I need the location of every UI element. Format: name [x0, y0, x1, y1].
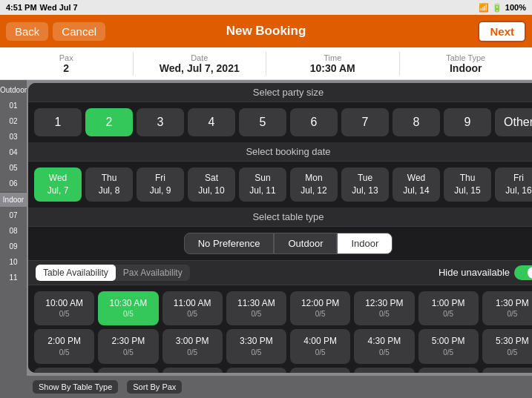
time-slot-12:00-pm[interactable]: 12:00 PM0/5 [290, 291, 350, 326]
time-slot-10:00-am[interactable]: 10:00 AM0/5 [34, 291, 94, 326]
main-area: Select party size 123456789Other Select … [27, 80, 532, 398]
date-btn-3[interactable]: SatJul, 10 [188, 168, 235, 202]
time-slot-12:30-pm[interactable]: 12:30 PM0/5 [354, 291, 414, 326]
table-type-btn-outdoor[interactable]: Outdoor [274, 233, 337, 254]
row-05: 05 [7, 161, 19, 175]
row-03: 03 [7, 130, 19, 144]
time-slot-2:30-pm[interactable]: 2:30 PM0/5 [98, 329, 158, 364]
outdoor-label: Outdoor [0, 83, 28, 97]
date-label: Date [137, 53, 263, 62]
hide-unavailable-label: Hide unavailable [439, 267, 510, 278]
party-size-btn-6[interactable]: 6 [290, 108, 338, 136]
pax-col: Pax 2 [0, 52, 134, 76]
row-07: 07 [7, 208, 19, 222]
row-10: 10 [7, 255, 19, 269]
bottom-bar: Show By Table Type Sort By Pax [27, 376, 532, 398]
time-slot-2:00-pm[interactable]: 2:00 PM0/5 [34, 329, 94, 364]
time-slot-11:30-am[interactable]: 11:30 AM0/5 [226, 291, 286, 326]
time-label: Time [269, 53, 396, 62]
date-btn-8[interactable]: ThuJul, 15 [444, 168, 491, 202]
time-slot-4:00-pm[interactable]: 4:00 PM0/5 [290, 329, 350, 364]
time-slot-6:30-pm[interactable]: 6:30 PM0/5 [98, 368, 158, 373]
table-type-header: Select table type [28, 208, 532, 227]
time-tab-0[interactable]: Table Availability [36, 265, 116, 281]
sort-by-pax-button[interactable]: Sort By Pax [127, 380, 182, 394]
status-time: 4:51 PM [6, 3, 37, 12]
time-tab-1[interactable]: Pax Availability [116, 265, 190, 281]
nav-title: New Booking [226, 24, 306, 39]
party-size-btn-1[interactable]: 1 [34, 108, 82, 136]
party-size-btn-3[interactable]: 3 [137, 108, 184, 136]
party-size-btn-5[interactable]: 5 [239, 108, 286, 136]
row-09: 09 [7, 239, 19, 253]
date-value: Wed, Jul 7, 2021 [137, 62, 263, 74]
row-04: 04 [7, 145, 19, 159]
row-06: 06 [7, 176, 19, 190]
time-slot-3:30-pm[interactable]: 3:30 PM0/5 [226, 329, 286, 364]
table-type-btn-indoor[interactable]: Indoor [337, 233, 393, 254]
party-size-btn-4[interactable]: 4 [188, 108, 235, 136]
time-tabs: Table AvailabilityPax Availability [36, 265, 190, 281]
battery-percent: 100% [505, 3, 526, 12]
status-bar: 4:51 PM Wed Jul 7 📶 🔋 100% [0, 0, 532, 15]
hide-unavailable-group: Hide unavailable [439, 265, 532, 280]
main-content: Outdoor 01 02 03 04 05 06 Indoor 07 08 0… [0, 80, 532, 398]
date-btn-2[interactable]: FriJul, 9 [137, 168, 184, 202]
date-btn-6[interactable]: TueJul, 13 [341, 168, 389, 202]
party-size-header: Select party size [28, 83, 532, 102]
hide-unavailable-toggle[interactable] [514, 265, 532, 280]
booking-date-header: Select booking date [28, 142, 532, 162]
time-slot-6:00-pm[interactable]: 6:00 PM0/5 [34, 368, 94, 373]
booking-modal: Select party size 123456789Other Select … [28, 83, 532, 373]
next-button[interactable]: Next [478, 21, 526, 42]
battery-icon: 🔋 [492, 3, 502, 13]
time-slot-10:30-am[interactable]: 10:30 AM0/5 [98, 291, 158, 326]
party-size-btn-9[interactable]: 9 [444, 108, 491, 136]
table-type-value: Indoor [403, 62, 530, 74]
time-slot-9:30-pm[interactable]: 9:30 PM0/5 [482, 368, 532, 373]
date-btn-5[interactable]: MonJul, 12 [290, 168, 338, 202]
party-size-btn-other[interactable]: Other [495, 108, 532, 136]
time-value: 10:30 AM [269, 62, 396, 74]
time-slot-1:00-pm[interactable]: 1:00 PM0/5 [418, 291, 479, 326]
time-slot-1:30-pm[interactable]: 1:30 PM0/5 [482, 291, 532, 326]
row-02: 02 [7, 114, 19, 128]
status-date: Wed Jul 7 [40, 3, 78, 12]
date-btn-1[interactable]: ThuJul, 8 [85, 168, 133, 202]
row-11: 11 [7, 271, 19, 285]
table-type-label: Table Type [403, 53, 530, 62]
time-slot-7:30-pm[interactable]: 7:30 PM0/5 [226, 368, 286, 373]
table-type-col: Table Type Indoor [400, 52, 533, 76]
time-slot-5:00-pm[interactable]: 5:00 PM0/5 [418, 329, 479, 364]
toggle-knob [528, 267, 532, 279]
time-slot-3:00-pm[interactable]: 3:00 PM0/5 [162, 329, 223, 364]
row-01: 01 [7, 99, 19, 113]
party-size-btn-7[interactable]: 7 [341, 108, 389, 136]
date-btn-7[interactable]: WedJul, 14 [393, 168, 440, 202]
time-slot-5:30-pm[interactable]: 5:30 PM0/5 [482, 329, 532, 364]
time-slot-7:00-pm[interactable]: 7:00 PM0/5 [162, 368, 223, 373]
party-size-btn-2[interactable]: 2 [85, 108, 133, 136]
time-slot-4:30-pm[interactable]: 4:30 PM0/5 [354, 329, 414, 364]
time-slots-grid: 10:00 AM0/510:30 AM0/511:00 AM0/511:30 A… [28, 285, 532, 373]
date-btn-0[interactable]: WedJul, 7 [34, 168, 82, 202]
party-size-btn-8[interactable]: 8 [393, 108, 440, 136]
date-col: Date Wed, Jul 7, 2021 [134, 52, 267, 76]
time-slot-8:30-pm[interactable]: 8:30 PM0/5 [354, 368, 414, 373]
date-btn-4[interactable]: SunJul, 11 [239, 168, 286, 202]
info-bar: Pax 2 Date Wed, Jul 7, 2021 Time 10:30 A… [0, 47, 532, 80]
show-by-table-type-button[interactable]: Show By Table Type [33, 380, 118, 394]
date-btn-9[interactable]: FriJul, 16 [495, 168, 532, 202]
party-size-grid: 123456789Other [28, 102, 532, 142]
time-slot-9:00-pm[interactable]: 9:00 PM0/5 [418, 368, 479, 373]
back-button[interactable]: Back [6, 22, 48, 41]
table-type-row: No PreferenceOutdoorIndoor [28, 227, 532, 260]
pax-label: Pax [3, 53, 130, 62]
table-type-btn-no-preference[interactable]: No Preference [184, 233, 275, 254]
time-slot-8:00-pm[interactable]: 8:00 PM0/5 [290, 368, 350, 373]
pax-value: 2 [3, 62, 130, 74]
time-slot-11:00-am[interactable]: 11:00 AM0/5 [162, 291, 223, 326]
cancel-button[interactable]: Cancel [53, 22, 105, 41]
time-slot-header: Table AvailabilityPax Availability Hide … [28, 260, 532, 285]
sidebar: Outdoor 01 02 03 04 05 06 Indoor 07 08 0… [0, 80, 27, 398]
